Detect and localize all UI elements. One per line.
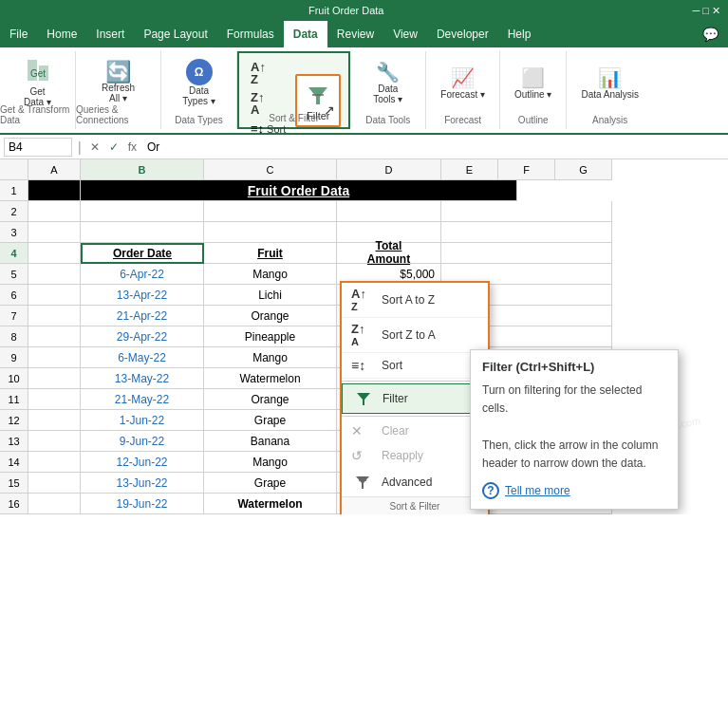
- sort-az-menu-item[interactable]: A↑Z Sort A to Z: [342, 283, 488, 318]
- cell-10c[interactable]: Watermelon: [204, 368, 337, 389]
- tab-page-layout[interactable]: Page Layout: [134, 21, 216, 47]
- cell-12c[interactable]: Grape: [204, 410, 337, 431]
- cell-8c[interactable]: Pineapple: [204, 326, 337, 347]
- sort-az-button[interactable]: A↑Z: [247, 59, 289, 87]
- cell-reference-box[interactable]: [4, 138, 72, 157]
- cell-12a: [28, 410, 81, 431]
- tell-me-more-link[interactable]: ? Tell me more: [482, 482, 666, 499]
- tab-help[interactable]: Help: [498, 21, 541, 47]
- cell-9c[interactable]: Mango: [204, 347, 337, 368]
- cell-15a: [28, 473, 81, 494]
- group-get-transform-label: Get & Transform Data: [0, 104, 75, 125]
- help-circle-icon: ?: [482, 482, 499, 499]
- get-data-icon: Get: [26, 58, 50, 86]
- col-header-c: C: [204, 159, 337, 180]
- group-queries: 🔄 RefreshAll ▾ Queries & Connections: [76, 51, 161, 129]
- group-sort-filter: A↑Z Z↑A ≡↕ Sort Filter: [237, 51, 350, 129]
- cell-16b[interactable]: 19-Jun-22: [81, 494, 204, 514]
- cell-1a: [28, 180, 81, 201]
- tab-review[interactable]: Review: [327, 21, 383, 47]
- cell-6c[interactable]: Lichi: [204, 285, 337, 306]
- sort-za-menu-item[interactable]: Z↑A Sort Z to A: [342, 318, 488, 353]
- table-row: 3: [0, 222, 728, 243]
- cell-13b[interactable]: 9-Jun-22: [81, 431, 204, 452]
- forecast-label: Forecast ▾: [440, 89, 485, 100]
- cell-10b[interactable]: 13-May-22: [81, 368, 204, 389]
- row-num-10: 10: [0, 368, 28, 389]
- row-num-11: 11: [0, 389, 28, 410]
- table-row: 2: [0, 201, 728, 222]
- forecast-button[interactable]: 📈 Forecast ▾: [434, 62, 492, 104]
- advanced-menu-icon: [351, 473, 374, 492]
- cell-5a: [28, 264, 81, 285]
- cell-4b-selected[interactable]: Order Date: [81, 243, 204, 264]
- cell-5c[interactable]: Mango: [204, 264, 337, 285]
- filter-menu-item[interactable]: Filter: [342, 383, 488, 414]
- cell-9b[interactable]: 6-May-22: [81, 347, 204, 368]
- table-row: 4 Order Date Fruit TotalAmount: [0, 243, 728, 264]
- sort-menu-item[interactable]: ≡↕ Sort: [342, 353, 488, 379]
- cancel-formula-icon[interactable]: ✕: [87, 140, 103, 154]
- tab-view[interactable]: View: [383, 21, 427, 47]
- forecast-icon: 📈: [451, 66, 475, 89]
- cell-7b[interactable]: 21-Apr-22: [81, 306, 204, 326]
- clear-menu-label: Clear: [382, 424, 409, 438]
- cell-15b[interactable]: 13-Jun-22: [81, 473, 204, 494]
- tab-home[interactable]: Home: [37, 21, 86, 47]
- cell-2e: [441, 201, 612, 222]
- tab-insert[interactable]: Insert: [86, 21, 134, 47]
- cell-7a: [28, 306, 81, 326]
- group-analysis-label: Analysis: [592, 115, 627, 125]
- tab-data[interactable]: Data: [284, 21, 327, 47]
- cell-13c[interactable]: Banana: [204, 431, 337, 452]
- row-num-1: 1: [0, 180, 28, 201]
- data-types-button[interactable]: Ω DataTypes ▾: [176, 54, 221, 111]
- sort-icon: ≡↕: [251, 121, 264, 136]
- cell-4a: [28, 243, 81, 264]
- confirm-formula-icon[interactable]: ✓: [106, 140, 121, 154]
- group-analysis: 📊 Data Analysis Analysis: [567, 51, 653, 129]
- outline-button[interactable]: ⬜ Outline ▾: [508, 62, 558, 104]
- cell-3e: [441, 222, 612, 243]
- filter-tooltip: Filter (Ctrl+Shift+L) Turn on filtering …: [470, 349, 679, 510]
- reapply-menu-item[interactable]: ↺ Reapply: [342, 443, 488, 468]
- group-data-tools-label: Data Tools: [365, 115, 410, 125]
- advanced-menu-item[interactable]: Advanced: [342, 468, 488, 496]
- cell-14c[interactable]: Mango: [204, 452, 337, 473]
- filter-tooltip-title: Filter (Ctrl+Shift+L): [482, 360, 666, 374]
- comments-icon: 💬: [693, 21, 728, 47]
- cell-11b[interactable]: 21-May-22: [81, 389, 204, 410]
- outline-icon: ⬜: [521, 66, 545, 89]
- cell-12b[interactable]: 1-Jun-22: [81, 410, 204, 431]
- clear-menu-icon: ✕: [351, 423, 374, 438]
- row-num-15: 15: [0, 473, 28, 494]
- cell-6b[interactable]: 13-Apr-22: [81, 285, 204, 306]
- group-outline: ⬜ Outline ▾ Outline: [500, 51, 567, 129]
- cell-4d[interactable]: TotalAmount: [337, 243, 441, 264]
- cell-16c[interactable]: Watermelon: [204, 494, 337, 514]
- refresh-all-button[interactable]: 🔄 RefreshAll ▾: [95, 57, 141, 108]
- clear-menu-item[interactable]: ✕ Clear: [342, 419, 488, 443]
- cell-5b[interactable]: 6-Apr-22: [81, 264, 204, 285]
- cell-7c[interactable]: Orange: [204, 306, 337, 326]
- svg-text:Get: Get: [29, 68, 45, 79]
- tab-formulas[interactable]: Formulas: [217, 21, 284, 47]
- insert-function-icon[interactable]: fx: [125, 140, 140, 154]
- cell-8b[interactable]: 29-Apr-22: [81, 326, 204, 347]
- tab-file[interactable]: File: [0, 21, 37, 47]
- get-data-button[interactable]: Get GetData ▾: [17, 53, 59, 112]
- data-tools-button[interactable]: 🔧 DataTools ▾: [366, 56, 409, 109]
- data-analysis-button[interactable]: 📊 Data Analysis: [574, 62, 645, 104]
- cell-13a: [28, 431, 81, 452]
- cell-3b: [81, 222, 204, 243]
- table-row: 1 Fruit Order Data: [0, 180, 728, 201]
- cell-14b[interactable]: 12-Jun-22: [81, 452, 204, 473]
- formula-input[interactable]: [143, 140, 724, 154]
- tab-developer[interactable]: Developer: [427, 21, 498, 47]
- cell-11a: [28, 389, 81, 410]
- cell-11c[interactable]: Orange: [204, 389, 337, 410]
- cell-4c[interactable]: Fruit: [204, 243, 337, 264]
- group-get-transform: Get GetData ▾ Get & Transform Data: [0, 51, 76, 129]
- cell-16a: [28, 494, 81, 514]
- cell-15c[interactable]: Grape: [204, 473, 337, 494]
